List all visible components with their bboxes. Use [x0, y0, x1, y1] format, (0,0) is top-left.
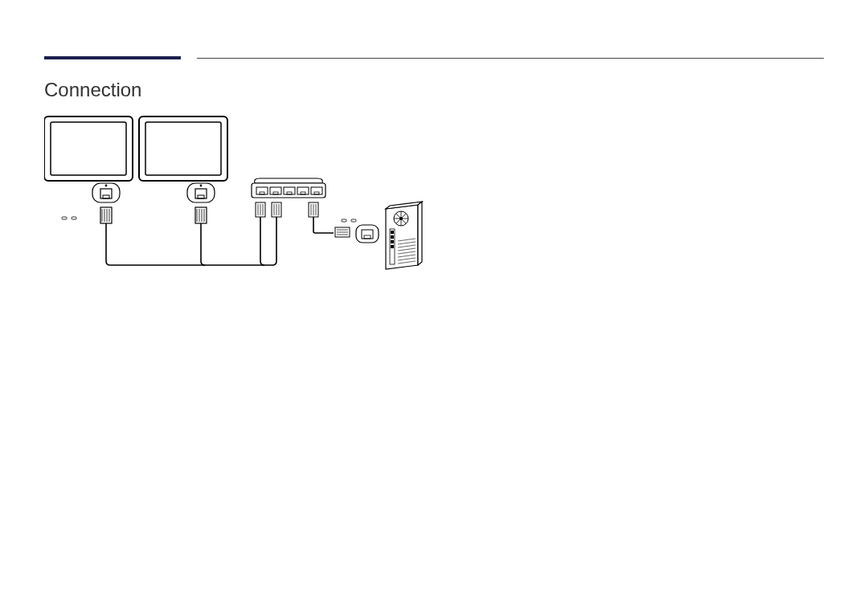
cable-monitor2-hub-icon — [201, 223, 205, 265]
document-page: Connection — [0, 0, 868, 613]
monitor-2-port-icon — [187, 183, 215, 202]
svg-rect-47 — [342, 219, 346, 222]
svg-rect-23 — [72, 217, 76, 219]
svg-rect-2 — [139, 116, 227, 181]
svg-rect-22 — [62, 217, 67, 219]
monitor-1-port-icon — [92, 183, 120, 202]
accent-bar — [44, 56, 181, 59]
svg-rect-48 — [351, 219, 356, 222]
svg-point-11 — [200, 185, 203, 187]
cable-hub-pc-icon — [313, 217, 334, 233]
svg-rect-24 — [252, 183, 326, 198]
svg-rect-3 — [145, 122, 221, 175]
svg-rect-0 — [44, 116, 133, 181]
svg-rect-49 — [356, 225, 379, 243]
cable-monitor1-hub-icon — [106, 217, 276, 265]
monitor-2-icon — [139, 116, 227, 181]
svg-rect-50 — [362, 230, 373, 239]
svg-rect-10 — [198, 195, 204, 198]
pc-port-icon — [356, 225, 379, 243]
plug-hub-1-icon — [256, 202, 265, 217]
plug-hub-2-icon — [272, 202, 281, 217]
dashes-right-icon — [342, 219, 356, 222]
plug-monitor-1-icon — [100, 207, 112, 223]
svg-rect-1 — [51, 122, 126, 175]
svg-rect-63 — [391, 231, 394, 234]
network-hub-icon — [252, 178, 326, 198]
svg-rect-64 — [391, 235, 394, 239]
svg-rect-65 — [391, 240, 394, 243]
connection-diagram — [44, 112, 462, 281]
svg-point-7 — [105, 185, 108, 187]
cable-hub-port1-icon — [260, 217, 264, 265]
plug-hub-3-icon — [309, 202, 318, 217]
pc-tower-icon — [386, 202, 422, 269]
svg-rect-5 — [100, 189, 112, 198]
dashes-left-icon — [62, 217, 76, 219]
horizontal-rule — [197, 58, 824, 59]
section-title: Connection — [44, 79, 141, 101]
monitor-1-icon — [44, 116, 133, 181]
diagram-svg — [44, 112, 462, 281]
plug-pc-icon — [335, 227, 350, 237]
plug-monitor-2-icon — [195, 207, 207, 223]
svg-rect-9 — [195, 189, 207, 198]
svg-rect-66 — [391, 245, 394, 248]
svg-rect-51 — [364, 235, 371, 239]
svg-rect-6 — [103, 195, 109, 198]
